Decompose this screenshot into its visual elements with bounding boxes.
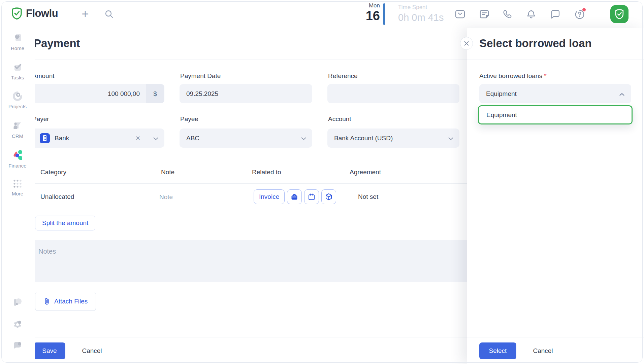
currency-suffix: $ bbox=[146, 84, 164, 103]
active-loans-label: Active borrowed loans * bbox=[479, 72, 547, 80]
split-amount-button[interactable]: Split the amount bbox=[35, 216, 95, 230]
chevron-down-icon bbox=[153, 135, 158, 142]
sidebar-item-crm[interactable]: CRM bbox=[0, 121, 35, 139]
agreement-value[interactable]: Not set bbox=[358, 193, 378, 201]
notification-dot bbox=[582, 8, 586, 11]
chevron-down-icon bbox=[301, 135, 306, 142]
mail-icon[interactable] bbox=[455, 9, 465, 20]
time-spent-widget[interactable]: Time Spent 0h 0m 41s bbox=[398, 4, 444, 23]
account-select[interactable]: Bank Account (USD) bbox=[327, 129, 459, 148]
col-related-to: Related to bbox=[252, 169, 281, 176]
save-button[interactable]: Save bbox=[34, 342, 65, 359]
select-loan-panel: Select borrowed loan Active borrowed loa… bbox=[467, 28, 644, 364]
calendar-date[interactable]: Mon 16 bbox=[346, 2, 380, 23]
weekday-label: Mon bbox=[346, 2, 380, 9]
col-agreement: Agreement bbox=[350, 169, 381, 176]
avatar[interactable] bbox=[610, 5, 629, 23]
selected-loan-value: Equipment bbox=[486, 90, 517, 98]
sidebar-item-home[interactable]: Home bbox=[0, 33, 35, 51]
payee-select[interactable]: ABC bbox=[180, 129, 312, 148]
sidebar-item-label: Home bbox=[0, 45, 35, 51]
account-value: Bank Account (USD) bbox=[334, 135, 393, 142]
sidebar: Home Tasks Projects CRM Finance More bbox=[0, 28, 35, 364]
chevron-up-icon bbox=[619, 90, 624, 98]
payment-date-label: Payment Date bbox=[180, 72, 221, 80]
settings-button[interactable] bbox=[0, 320, 35, 331]
active-loans-label-text: Active borrowed loans bbox=[479, 72, 542, 79]
panel-cancel-button[interactable]: Cancel bbox=[524, 342, 561, 359]
sidebar-item-projects[interactable]: Projects bbox=[0, 91, 35, 109]
payment-footer: Save Cancel bbox=[30, 337, 467, 364]
loan-option-equipment[interactable]: Equipment bbox=[478, 105, 633, 124]
sidebar-item-finance[interactable]: Finance bbox=[0, 150, 35, 169]
bell-icon[interactable] bbox=[526, 9, 537, 20]
crm-icon bbox=[0, 121, 35, 131]
sidebar-item-tasks[interactable]: Tasks bbox=[0, 62, 35, 80]
close-icon bbox=[464, 41, 469, 46]
close-panel-button[interactable] bbox=[460, 37, 473, 50]
sidebar-item-label: More bbox=[0, 191, 35, 196]
home-icon bbox=[0, 33, 35, 43]
amount-label: Amount bbox=[32, 72, 54, 80]
gear-icon bbox=[12, 325, 23, 331]
attach-files-button[interactable]: Attach Files bbox=[35, 292, 96, 311]
package-icon[interactable] bbox=[321, 189, 336, 204]
active-loans-select[interactable]: Equipment bbox=[479, 84, 631, 103]
category-value[interactable]: Unallocated bbox=[40, 193, 74, 201]
calendar-icon[interactable] bbox=[304, 189, 319, 204]
payment-date-input[interactable]: 09.25.2025 bbox=[180, 84, 312, 103]
row-note-input[interactable] bbox=[159, 191, 227, 203]
brand-name: Flowlu bbox=[26, 7, 58, 20]
projects-icon bbox=[0, 91, 35, 101]
payment-modal: Payment Amount Payment Date Reference 10… bbox=[30, 28, 467, 364]
notes-textarea[interactable] bbox=[30, 240, 467, 282]
payment-date-value: 09.25.2025 bbox=[186, 90, 218, 98]
col-note: Note bbox=[161, 169, 174, 176]
reference-label: Reference bbox=[328, 72, 358, 80]
paperclip-icon bbox=[43, 298, 50, 305]
select-button[interactable]: Select bbox=[479, 342, 516, 359]
chat-icon[interactable] bbox=[550, 9, 560, 20]
payer-select[interactable]: Bank ✕ bbox=[28, 129, 164, 148]
topbar: Flowlu + Mon 16 Time Spent 0h 0m 41s bbox=[0, 0, 644, 28]
notes-icon[interactable] bbox=[479, 9, 489, 20]
payee-label: Payee bbox=[180, 115, 198, 123]
tasks-icon bbox=[0, 62, 35, 72]
amount-input[interactable]: 100 000,00 $ bbox=[28, 84, 164, 103]
loan-panel-header: Select borrowed loan bbox=[467, 28, 644, 60]
account-label: Account bbox=[328, 115, 351, 123]
briefcase-icon[interactable] bbox=[287, 189, 302, 204]
finance-icon bbox=[0, 150, 35, 160]
reference-input[interactable] bbox=[327, 84, 459, 103]
loan-panel-title: Select borrowed loan bbox=[479, 37, 592, 50]
clear-icon[interactable]: ✕ bbox=[135, 135, 140, 142]
time-spent-label: Time Spent bbox=[398, 4, 444, 11]
sidebar-item-more[interactable]: More bbox=[0, 179, 35, 196]
day-number: 16 bbox=[346, 9, 380, 23]
related-to-actions: Invoice bbox=[254, 189, 336, 204]
table-row: Unallocated Invoice Not set bbox=[30, 184, 467, 210]
create-plus-icon[interactable]: + bbox=[79, 6, 91, 22]
payment-modal-header: Payment bbox=[30, 28, 467, 60]
community-button[interactable] bbox=[0, 297, 35, 309]
loan-panel-footer: Select Cancel bbox=[467, 337, 644, 364]
search-icon[interactable] bbox=[104, 9, 114, 20]
feedback-button[interactable] bbox=[0, 340, 35, 352]
col-category: Category bbox=[40, 169, 66, 176]
invoice-button[interactable]: Invoice bbox=[254, 189, 285, 204]
loan-option-label: Equipment bbox=[486, 111, 517, 119]
sidebar-item-label: CRM bbox=[0, 133, 35, 139]
more-grid-icon bbox=[0, 179, 35, 188]
cancel-button[interactable]: Cancel bbox=[73, 342, 110, 359]
app-logo[interactable]: Flowlu bbox=[11, 7, 58, 20]
speech-bubble-icon bbox=[12, 346, 23, 352]
amount-value: 100 000,00 bbox=[28, 90, 146, 98]
chevron-down-icon bbox=[448, 135, 453, 142]
page-title: Payment bbox=[34, 37, 80, 50]
sidebar-item-label: Tasks bbox=[0, 75, 35, 80]
help-icon[interactable] bbox=[575, 9, 585, 20]
phone-icon[interactable] bbox=[503, 9, 513, 20]
bank-icon bbox=[40, 133, 50, 143]
sidebar-item-label: Finance bbox=[0, 163, 35, 169]
allocation-table-header: Category Note Related to Agreement bbox=[30, 161, 467, 184]
